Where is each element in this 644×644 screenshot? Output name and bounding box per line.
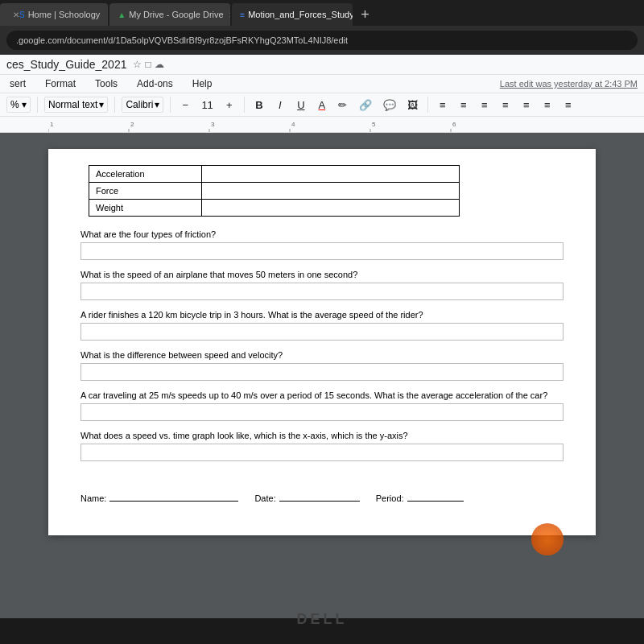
comment-btn[interactable]: 💬 — [380, 97, 399, 113]
table-row-acceleration: Acceleration — [89, 166, 460, 183]
vocab-table: Acceleration Force Weight — [89, 165, 460, 217]
def-acceleration[interactable] — [202, 166, 460, 183]
tab-schoology[interactable]: ✕ S Home | Schoology — [0, 3, 108, 26]
tab-doc-label: Motion_and_Forces_Study_Guid — [248, 10, 353, 19]
doc-icon: ≡ — [240, 10, 245, 19]
question-3-text: A rider finishes a 120 km bicycle trip i… — [80, 310, 564, 320]
bold-btn[interactable]: B — [251, 97, 267, 113]
date-line[interactable] — [279, 501, 360, 502]
question-6-text: What does a speed vs. time graph look li… — [80, 431, 564, 440]
svg-text:3: 3 — [211, 121, 215, 128]
question-2-answer[interactable] — [80, 283, 564, 300]
def-weight[interactable] — [202, 200, 460, 217]
doc-title: ces_Study_Guide_2021 — [6, 58, 126, 71]
ruler: 1 2 3 4 5 6 — [0, 117, 644, 133]
style-arrow: ▾ — [99, 99, 104, 110]
underline-btn[interactable]: U — [293, 97, 309, 113]
term-weight: Weight — [89, 200, 202, 217]
dell-logo: DELL — [297, 611, 348, 628]
svg-text:1: 1 — [50, 121, 54, 128]
tab-close-drive[interactable]: ✕ — [229, 10, 231, 19]
period-line[interactable] — [407, 501, 464, 502]
name-label: Name: — [80, 493, 106, 503]
question-1-text: What are the four types of friction? — [80, 229, 564, 239]
svg-text:2: 2 — [130, 121, 134, 128]
menu-format[interactable]: Format — [42, 76, 79, 91]
question-5-section: A car traveling at 25 m/s speeds up to 4… — [80, 390, 564, 421]
period-label: Period: — [376, 493, 404, 503]
question-6-answer[interactable] — [80, 444, 564, 461]
ruler-svg: 1 2 3 4 5 6 — [48, 117, 531, 133]
def-force[interactable] — [202, 183, 460, 200]
question-4-text: What is the difference between speed and… — [80, 350, 564, 360]
star-icon[interactable]: ☆ — [133, 59, 142, 70]
name-line[interactable] — [109, 501, 238, 502]
image-btn[interactable]: 🖼 — [404, 97, 421, 113]
tab-schoology-label: Home | Schoology — [28, 10, 101, 19]
style-value: Normal text — [48, 99, 97, 110]
term-force: Force — [89, 183, 202, 200]
menu-tools[interactable]: Tools — [92, 76, 121, 91]
style-dropdown[interactable]: Normal text ▾ — [44, 97, 108, 113]
move-icon[interactable]: □ — [145, 59, 151, 70]
tab-bar: ✕ S Home | Schoology ▲ My Drive - Google… — [0, 0, 644, 26]
name-field: Name: — [80, 493, 238, 503]
line-spacing-btn[interactable]: ≡ — [518, 97, 535, 113]
document-page: Acceleration Force Weight What are the f… — [48, 149, 596, 535]
font-value: Calibri — [126, 99, 153, 110]
last-edit-text: Last edit was yesterday at 2:43 PM — [500, 79, 638, 89]
menu-addons[interactable]: Add-ons — [134, 76, 176, 91]
font-color-btn[interactable]: A — [314, 97, 330, 113]
toolbar-sep4 — [244, 97, 245, 113]
svg-text:6: 6 — [452, 121, 456, 128]
question-3-section: A rider finishes a 120 km bicycle trip i… — [80, 310, 564, 341]
tab-close-schoology[interactable]: ✕ — [13, 10, 19, 19]
question-4-answer[interactable] — [80, 363, 564, 381]
question-2-text: What is the speed of an airplane that mo… — [80, 270, 564, 279]
link-btn[interactable]: 🔗 — [356, 97, 375, 113]
toolbar-sep2 — [114, 97, 115, 113]
new-tab-button[interactable]: + — [354, 6, 376, 23]
tab-drive-label: My Drive - Google Drive — [129, 10, 223, 19]
question-1-answer[interactable] — [80, 242, 564, 260]
align-right-btn[interactable]: ≡ — [477, 97, 493, 113]
question-5-answer[interactable] — [80, 403, 564, 421]
question-3-answer[interactable] — [80, 323, 564, 341]
align-left-btn[interactable]: ≡ — [435, 97, 451, 113]
font-size-minus-btn[interactable]: − — [177, 97, 193, 113]
menu-insert[interactable]: sert — [6, 76, 29, 91]
italic-btn[interactable]: I — [272, 97, 288, 113]
tab-doc[interactable]: ≡ Motion_and_Forces_Study_Guid ✕ — [232, 3, 353, 26]
svg-text:5: 5 — [372, 121, 376, 128]
align-center-btn[interactable]: ≡ — [456, 97, 472, 113]
menu-bar: sert Format Tools Add-ons Help Last edit… — [0, 75, 644, 93]
align-justify-btn[interactable]: ≡ — [497, 97, 514, 113]
question-2-section: What is the speed of an airplane that mo… — [80, 270, 564, 300]
menu-help[interactable]: Help — [189, 76, 216, 91]
question-5-text: A car traveling at 25 m/s speeds up to 4… — [80, 390, 564, 400]
schoology-icon: S — [19, 10, 25, 19]
question-1-section: What are the four types of friction? — [80, 229, 564, 260]
browser-chrome: ✕ S Home | Schoology ▲ My Drive - Google… — [0, 0, 644, 55]
list-number-btn[interactable]: ≡ — [560, 97, 576, 113]
font-arrow: ▾ — [155, 99, 159, 110]
highlight-btn[interactable]: ✏ — [335, 97, 351, 113]
doc-title-bar: ces_Study_Guide_2021 ☆ □ ☁ — [0, 55, 644, 75]
question-6-section: What does a speed vs. time graph look li… — [80, 431, 564, 461]
drive-icon: ▲ — [118, 10, 126, 19]
zoom-dropdown[interactable]: % ▾ — [6, 97, 31, 113]
list-bullet-btn[interactable]: ≡ — [539, 97, 555, 113]
url-input[interactable] — [6, 31, 638, 50]
cloud-icon[interactable]: ☁ — [155, 59, 164, 70]
question-4-section: What is the difference between speed and… — [80, 350, 564, 381]
font-dropdown[interactable]: Calibri ▾ — [122, 97, 163, 113]
font-size-value[interactable]: 11 — [198, 97, 216, 113]
table-row-force: Force — [89, 183, 460, 200]
period-field: Period: — [376, 493, 464, 503]
font-size-plus-btn[interactable]: + — [221, 97, 237, 113]
tab-drive[interactable]: ▲ My Drive - Google Drive ✕ — [109, 3, 230, 26]
date-field: Date: — [254, 493, 359, 503]
toolbar: % ▾ Normal text ▾ Calibri ▾ − 11 + B I U… — [0, 93, 644, 117]
orange-dot-decoration — [531, 523, 564, 555]
table-row-weight: Weight — [89, 200, 460, 217]
